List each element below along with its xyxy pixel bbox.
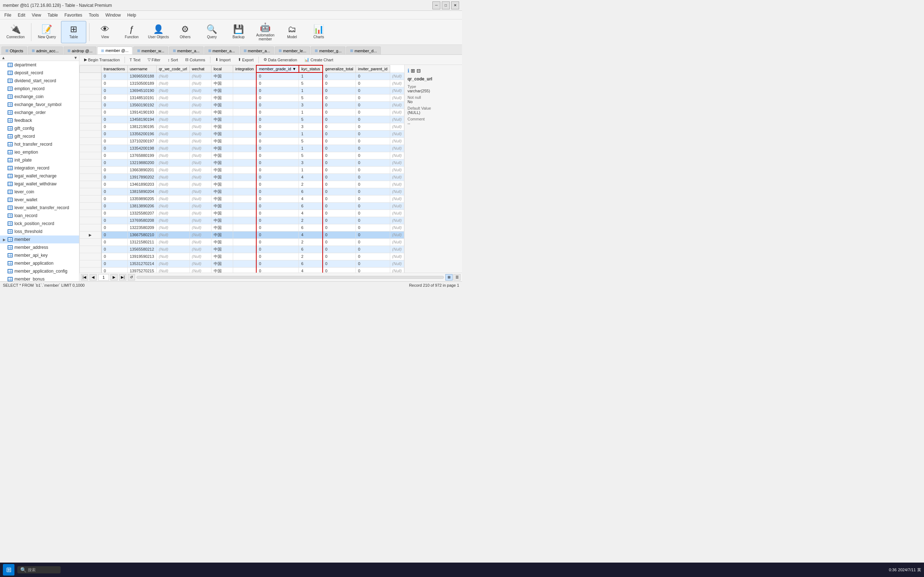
sidebar-item-ieo_emption[interactable]: ▶ieo_emption	[0, 148, 79, 156]
nav-next[interactable]: ▶	[110, 274, 118, 280]
menu-item-file[interactable]: File	[2, 12, 14, 18]
sidebar-scroll-down[interactable]: ▼	[74, 56, 78, 60]
sidebar-item-member_application[interactable]: ▶member_application	[0, 259, 79, 267]
menu-item-table[interactable]: Table	[45, 12, 61, 18]
data-grid-wrapper[interactable]: transactions username qr_we_code_url wec…	[79, 65, 404, 272]
col-header-transactions[interactable]: transactions	[102, 65, 128, 73]
table-row[interactable]: 013815890204(Null)(Null)中国0600(Null)	[80, 188, 404, 195]
sidebar-item-dividend_start_record[interactable]: ▶dividend_start_record	[0, 77, 79, 85]
action-btn-data-generation[interactable]: ⚙Data Generation	[260, 56, 300, 64]
table-row[interactable]: 013121580211(Null)(Null)中国0200(Null)	[80, 239, 404, 246]
maximize-button[interactable]: □	[442, 2, 450, 10]
toolbar-btn-new-query[interactable]: 📝New Query	[34, 21, 60, 43]
tab-member_a1[interactable]: ⊞member_a...	[169, 47, 204, 55]
table-row[interactable]: 013354200198(Null)(Null)中国0100(Null)	[80, 145, 404, 152]
toolbar-btn-function[interactable]: ƒFunction	[119, 21, 144, 43]
col-header-local[interactable]: local	[211, 65, 233, 73]
table-row[interactable]: 013148510191(Null)(Null)中国0500(Null)	[80, 94, 404, 102]
toolbar-btn-backup[interactable]: 💾Backup	[226, 21, 251, 43]
table-row[interactable]: 013219880200(Null)(Null)中国0300(Null)	[80, 159, 404, 166]
sidebar-scroll-up[interactable]: ▲	[2, 56, 5, 60]
action-btn-begin-transaction[interactable]: ▶Begin Transaction	[81, 56, 123, 64]
toolbar-btn-table[interactable]: ⊞Table	[61, 21, 86, 43]
action-btn-sort[interactable]: ↕Sort	[164, 56, 181, 64]
sidebar-item-lock_position_record[interactable]: ▶lock_position_record	[0, 220, 79, 227]
table-row[interactable]: 013325580207(Null)(Null)中国0400(Null)	[80, 210, 404, 217]
sidebar-item-init_plate[interactable]: ▶init_plate	[0, 156, 79, 164]
table-row[interactable]: 013223580209(Null)(Null)中国0600(Null)	[80, 224, 404, 231]
col-header-username[interactable]: username	[128, 65, 157, 73]
action-btn-columns[interactable]: ⊟Columns	[182, 56, 208, 64]
refresh-btn[interactable]: ↺	[128, 274, 135, 280]
tab-member_a2[interactable]: ⊞member_a...	[204, 47, 239, 55]
sidebar-item-hot_transfer_record[interactable]: ▶hot_transfer_record	[0, 140, 79, 148]
menu-item-help[interactable]: Help	[124, 12, 139, 18]
table-row[interactable]: 013813890206(Null)(Null)中国0600(Null)	[80, 202, 404, 210]
sidebar-item-lever_wallet[interactable]: ▶lever_wallet	[0, 196, 79, 204]
nav-first[interactable]: |◀	[81, 274, 88, 280]
nav-prev[interactable]: ◀	[89, 274, 97, 280]
toolbar-btn-charts[interactable]: 📊Charts	[306, 21, 331, 43]
toolbar-btn-automation[interactable]: 🤖Automation member	[253, 21, 278, 43]
sidebar-item-member_application_config[interactable]: ▶member_application_config	[0, 267, 79, 275]
table-row[interactable]: 013914190193(Null)(Null)中国0100(Null)	[80, 108, 404, 116]
sidebar-item-emption_record[interactable]: ▶emption_record	[0, 85, 79, 93]
nav-last[interactable]: ▶|	[119, 274, 126, 280]
table-row[interactable]: 013461890203(Null)(Null)中国0200(Null)	[80, 181, 404, 188]
table-row[interactable]: 013694510190(Null)(Null)中国0100(Null)	[80, 87, 404, 94]
menu-item-edit[interactable]: Edit	[15, 12, 28, 18]
table-row[interactable]: 013769580208(Null)(Null)中国0200(Null)	[80, 217, 404, 224]
table-row[interactable]: 013917890202(Null)(Null)中国0400(Null)	[80, 174, 404, 181]
table-row[interactable]: 013560190192(Null)(Null)中国0300(Null)	[80, 102, 404, 108]
col-header-qr[interactable]: qr_we_code_url	[157, 65, 190, 73]
sidebar-item-member_bonus[interactable]: ▶member_bonus	[0, 275, 79, 281]
table-row[interactable]: 013663890201(Null)(Null)中国0100(Null)	[80, 166, 404, 174]
table-row[interactable]: 013458190194(Null)(Null)中国0500(Null)	[80, 116, 404, 123]
sidebar-item-gift_config[interactable]: ▶gift_config	[0, 124, 79, 132]
toolbar-btn-view[interactable]: 👁View	[92, 21, 118, 43]
table-row[interactable]: 013975270215(Null)(Null)中国0400(Null)	[80, 267, 404, 272]
table-row[interactable]: 013356200196(Null)(Null)中国0100(Null)	[80, 130, 404, 137]
menu-item-view[interactable]: View	[29, 12, 44, 18]
tab-member_d[interactable]: ⊞member_d...	[346, 47, 381, 55]
table-row[interactable]: 013710200197(Null)(Null)中国0500(Null)	[80, 137, 404, 145]
table-row[interactable]: 013531270214(Null)(Null)中国0600(Null)	[80, 260, 404, 267]
sidebar-item-exchange_order[interactable]: ▶exchange_order	[0, 108, 79, 116]
action-btn-export[interactable]: ⬆Export	[234, 56, 257, 64]
sidebar-item-gift_record[interactable]: ▶gift_record	[0, 132, 79, 140]
action-btn-filter[interactable]: ▽Filter	[144, 56, 163, 64]
col-header-member-grade[interactable]: member_grade_id ▼	[256, 65, 299, 73]
col-header-wechat[interactable]: wechat	[189, 65, 211, 73]
sidebar-item-lever_coin[interactable]: ▶lever_coin	[0, 188, 79, 196]
toolbar-btn-user-objects[interactable]: 👤User Objects	[146, 21, 171, 43]
close-button[interactable]: ✕	[451, 2, 459, 10]
sidebar-item-department[interactable]: ▶department	[0, 61, 79, 69]
sidebar-item-member_address[interactable]: ▶member_address	[0, 243, 79, 251]
sidebar-item-legal_wallet_withdraw[interactable]: ▶legal_wallet_withdraw	[0, 180, 79, 188]
tab-member_g[interactable]: ⊞member_g...	[311, 47, 346, 55]
col-header-integration[interactable]: integration	[233, 65, 256, 73]
menu-item-favorites[interactable]: Favorites	[62, 12, 85, 18]
table-row[interactable]: 013359890205(Null)(Null)中国0400(Null)	[80, 195, 404, 202]
table-row[interactable]: 013812190195(Null)(Null)中国0300(Null)	[80, 123, 404, 130]
table-row[interactable]: 013565580212(Null)(Null)中国0600(Null)	[80, 246, 404, 253]
toolbar-btn-query[interactable]: 🔍Query	[199, 21, 225, 43]
table-row[interactable]: ▶013667580210(Null)(Null)中国0400(Null)	[80, 231, 404, 239]
action-btn-text[interactable]: TText	[126, 56, 144, 64]
minimize-button[interactable]: ─	[432, 2, 440, 10]
menu-item-tools[interactable]: Tools	[86, 12, 102, 18]
sidebar-item-loan_record[interactable]: ▶loan_record	[0, 212, 79, 220]
sidebar-item-integration_record[interactable]: ▶integration_record	[0, 164, 79, 172]
table-row[interactable]: 013696500188(Null)(Null)中国0100(Null)	[80, 73, 404, 80]
col-header-generalize[interactable]: generalize_total	[323, 65, 355, 73]
sidebar-item-member_api_key[interactable]: ▶member_api_key	[0, 251, 79, 259]
tab-member_a3[interactable]: ⊞member_a...	[240, 47, 274, 55]
tab-member1[interactable]: ⊞member @...	[97, 47, 132, 55]
grid-view-btn[interactable]: ⊞	[446, 274, 452, 280]
toolbar-btn-model[interactable]: 🗂Model	[279, 21, 305, 43]
sidebar-item-lever_wallet_transfer_record[interactable]: ▶lever_wallet_transfer_record	[0, 204, 79, 212]
sidebar-item-exchange_favor_symbol[interactable]: ▶exchange_favor_symbol	[0, 101, 79, 108]
tab-airdrop[interactable]: ⊞airdrop @...	[63, 47, 97, 55]
sidebar-item-legal_wallet_recharge[interactable]: ▶legal_wallet_recharge	[0, 172, 79, 180]
sidebar-item-loss_threshold[interactable]: ▶loss_threshold	[0, 227, 79, 235]
